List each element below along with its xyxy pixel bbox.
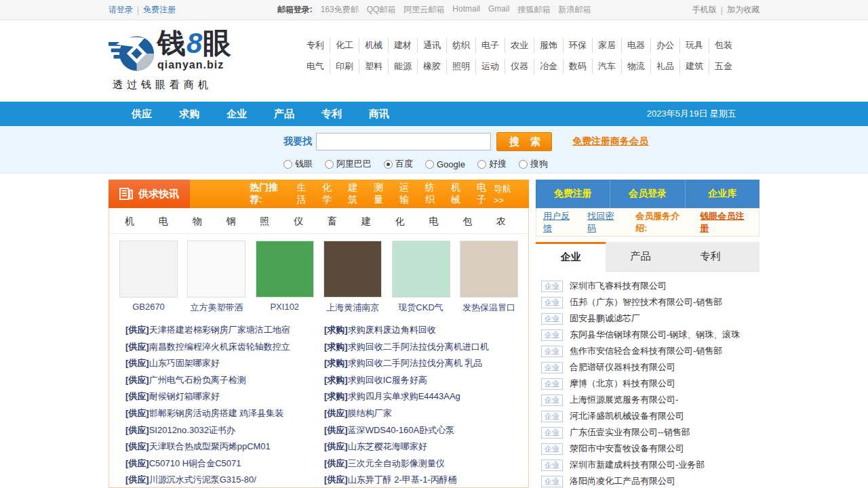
category-link[interactable]: 专利 [307,40,324,50]
navbar-item[interactable]: 产品 [260,102,308,126]
category-link[interactable]: 五金 [715,61,732,71]
company-link[interactable]: 摩博（北京）科技有限公司 [570,378,675,390]
category-link[interactable]: 化工 [336,40,353,50]
search-engine-option[interactable]: 好搜 [477,158,507,170]
search-input[interactable] [316,133,491,150]
product-image[interactable] [119,241,178,298]
sidebar-tab[interactable]: 产品 [606,242,675,272]
radio-button-icon[interactable] [384,160,393,169]
company-link[interactable]: 广东伍壹实业有限公司--销售部 [570,426,690,439]
search-engine-option[interactable]: 阿里巴巴 [325,158,372,170]
search-engine-option[interactable]: 钱眼 [283,158,313,170]
company-link[interactable]: 合肥谱研仪器科技有限公司 [570,361,675,373]
category-link[interactable]: 橡胶 [423,61,441,71]
sidebar-tab[interactable]: 企业 [536,242,606,272]
category-link[interactable]: 塑料 [365,61,382,71]
member-bar-link[interactable]: 会员登录 [610,180,684,208]
navigation-more-link[interactable]: 导航>> [494,183,519,205]
radio-button-icon[interactable] [519,160,528,169]
category-link[interactable]: 数码 [569,61,587,71]
category-link[interactable]: 物流 [627,61,645,71]
hot-recommend-link[interactable]: 运输 [399,182,416,206]
product-image[interactable] [187,241,245,298]
navbar-item[interactable]: 供应 [118,102,165,126]
category-link[interactable]: 纺织 [452,40,470,50]
register-link[interactable]: 免费注册 [143,4,176,16]
category-link[interactable]: 服饰 [540,40,557,50]
mail-provider-link[interactable]: 搜狐邮箱 [517,4,550,16]
product-card[interactable]: GB2670 [117,241,180,314]
company-link[interactable]: 焦作市安信轻合金科技有限公司-销售部 [570,345,722,357]
category-link[interactable]: 环保 [569,40,587,50]
company-link[interactable]: 上海恒源展览服务有限公司- [570,394,678,406]
sidebar-tab[interactable]: 专利 [675,242,745,272]
product-name-link[interactable]: 现货CKD气 [390,302,452,314]
category-link[interactable]: 电子 [481,40,499,50]
company-link[interactable]: 深圳市新建成科技有限公司-业务部 [570,459,705,471]
product-image[interactable] [256,241,314,298]
product-image[interactable] [392,241,450,298]
mail-provider-link[interactable]: Gmail [488,4,509,16]
company-link[interactable]: 荥阳市中安畜牧设备有限公司 [570,443,684,455]
search-engine-option[interactable]: Google [425,159,465,169]
category-link[interactable]: 能源 [394,61,412,71]
category-link[interactable]: 礼品 [656,61,674,71]
hot-recommend-link[interactable]: 测量 [374,182,391,206]
product-name-link[interactable]: 上海黄浦南京 [321,302,384,314]
radio-button-icon[interactable] [283,160,292,169]
category-link[interactable]: 运动 [481,61,499,71]
hot-recommend-link[interactable]: 电子 [477,182,494,206]
product-card[interactable]: 现货CKD气 [390,241,452,314]
mail-provider-link[interactable]: 阿里云邮箱 [403,4,444,16]
login-link[interactable]: 请登录 [108,4,133,16]
category-link[interactable]: 建筑 [686,61,703,71]
site-logo[interactable]: 钱8眼 qianyan.biz 透过钱眼看商机 [108,27,270,102]
search-button[interactable]: 搜 索 [496,132,552,151]
company-link[interactable]: 河北泽盛凯机械设备有限公司 [570,410,684,422]
radio-button-icon[interactable] [325,160,334,169]
category-link[interactable]: 包装 [715,40,732,50]
company-link[interactable]: 伍邦（广东）智控技术有限公司-销售部 [570,296,722,308]
product-name-link[interactable]: PXI102 [254,302,316,312]
member-register-link[interactable]: 钱眼会员注册 [700,210,752,235]
find-password-link[interactable]: 找回密码 [587,210,622,235]
product-card[interactable]: 发热保温冒口 [458,241,520,314]
category-link[interactable]: 电气 [307,61,324,71]
add-favorite-link[interactable]: 加为收藏 [727,4,760,16]
category-link[interactable]: 冶金 [540,61,557,71]
category-link[interactable]: 汽车 [598,61,616,71]
category-link[interactable]: 通讯 [423,40,441,50]
company-link[interactable]: 固安县鹏诚滤芯厂 [570,312,640,325]
radio-button-icon[interactable] [425,160,434,169]
search-engine-option[interactable]: 搜狗 [519,158,548,170]
product-card[interactable]: 立方美塑带酒 [185,241,248,314]
hot-recommend-link[interactable]: 化学 [322,182,339,206]
navbar-item[interactable]: 商讯 [355,102,403,126]
category-link[interactable]: 照明 [452,61,470,71]
mail-provider-link[interactable]: QQ邮箱 [367,4,396,16]
mail-provider-link[interactable]: 新浪邮箱 [558,4,591,16]
hot-recommend-link[interactable]: 生活 [296,182,313,206]
search-engine-option[interactable]: 百度 [384,158,413,170]
mail-provider-link[interactable]: 163免费邮 [321,4,359,16]
hot-recommend-link[interactable]: 机械 [451,182,468,206]
radio-button-icon[interactable] [477,160,486,169]
category-link[interactable]: 玩具 [686,40,703,50]
category-link[interactable]: 家居 [598,40,616,50]
product-card[interactable]: PXI102 [254,241,316,314]
company-link[interactable]: 东阿县华信钢球有限公司-钢球、钢珠、滚珠 [570,329,740,341]
navbar-item[interactable]: 专利 [308,102,355,126]
vip-register-link[interactable]: 免费注册商务会员 [572,136,648,148]
user-feedback-link[interactable]: 用户反馈 [543,210,578,235]
hot-recommend-link[interactable]: 建筑 [348,182,365,206]
product-image[interactable] [323,241,382,298]
company-link[interactable]: 深圳市飞睿科技有限公司 [570,280,667,292]
product-card[interactable]: 上海黄浦南京 [321,241,384,314]
member-bar-link[interactable]: 企业库 [685,180,760,208]
hot-recommend-link[interactable]: 纺织 [425,182,442,206]
product-name-link[interactable]: 发热保温冒口 [458,302,520,314]
product-name-link[interactable]: GB2670 [117,302,180,312]
category-link[interactable]: 机械 [365,40,382,50]
mobile-version-link[interactable]: 手机版 [692,4,717,16]
category-link[interactable]: 电器 [627,40,645,50]
